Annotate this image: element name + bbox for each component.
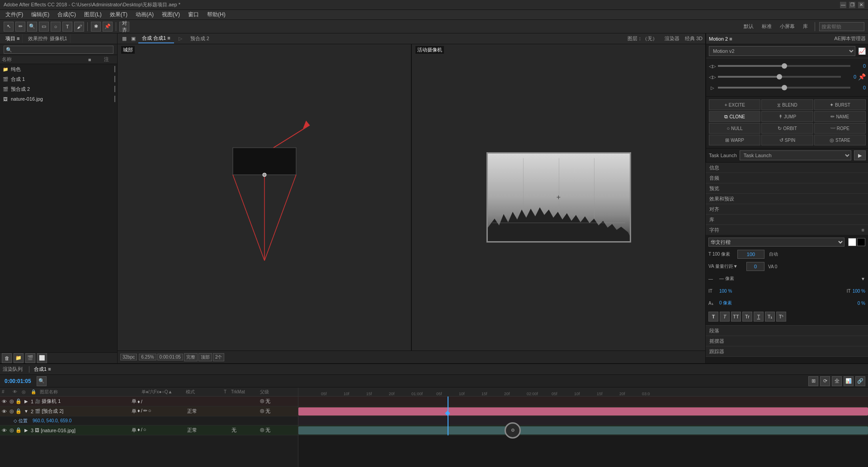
layer-lock-2[interactable]: 🔒 [15,408,22,414]
tracking-input[interactable] [746,262,764,271]
layer-solo-2[interactable]: ◎ [9,408,14,414]
bpc-button[interactable]: 32bpc [120,354,137,360]
project-newcomp[interactable]: 🎬 [25,353,35,363]
motion-slider-3[interactable] [718,87,850,89]
project-trash[interactable]: 🗑 [2,353,12,363]
align-header[interactable]: 对齐 [706,204,868,214]
text-color-stroke[interactable] [857,238,865,246]
wiggle-header[interactable]: 摇摆器 [706,336,868,346]
layer-vis-3[interactable]: 👁 [2,428,7,433]
audio-header[interactable]: 音频 [706,173,868,183]
project-item-image[interactable]: 🖼 nature-016.jpg [0,94,117,104]
camera-display[interactable]: 2个 [213,353,225,361]
playhead[interactable] [448,397,448,435]
project-folder[interactable]: 📁 [14,353,24,363]
name-button[interactable]: ✏ NAME [814,111,866,122]
info-header[interactable]: 信息 [706,163,868,173]
layer-vis-1[interactable]: 👁 [2,399,7,404]
excite-button[interactable]: + EXCITE [709,99,760,110]
orbit-button[interactable]: ↻ ORBIT [761,123,813,134]
layer-solo-1[interactable]: ◎ [9,398,14,404]
tool-zoom[interactable]: 🔍 [27,22,37,32]
layer-motion-blur-3[interactable]: ○ [143,427,146,434]
close-button[interactable]: ✕ [858,2,864,8]
tl-search-btn[interactable]: 🔍 [37,376,47,386]
preview-header[interactable]: 预览 [706,183,868,193]
layer-lock-3[interactable]: 🔒 [15,427,22,433]
tl-all[interactable]: 全 [832,376,842,386]
tool-align[interactable]: 对齐 [119,22,129,32]
tool-type[interactable]: T [62,22,72,32]
workspace-standard[interactable]: 标准 [759,22,774,31]
motion-version-select[interactable]: Motion v2 [709,46,855,56]
style-smallcaps[interactable]: Tr [742,312,752,322]
tl-snap[interactable]: ⊞ [808,376,818,386]
menu-edit[interactable]: 编辑(E) [28,10,53,19]
tab-effect-controls[interactable]: 效果控件 摄像机1 [25,34,70,43]
menu-window[interactable]: 窗口 [184,10,203,19]
layer-motion-blur-2[interactable]: ○ [148,408,151,415]
tracker-header[interactable]: 跟踪器 [706,346,868,356]
layer-lock-1[interactable]: 🔒 [15,398,22,404]
blend-button[interactable]: ⧖ BLEND [761,99,813,110]
layer-expand-2[interactable]: ▼ [23,409,29,414]
workspace-lib[interactable]: 库 [800,22,811,31]
tool-pen[interactable]: ✏ [15,22,25,32]
task-run-button[interactable]: ▶ [854,150,866,160]
menu-effect[interactable]: 效果(T) [106,10,131,19]
workspace-default[interactable]: 默认 [741,22,756,31]
tool-puppet[interactable]: ✱ [91,22,101,32]
font-dropdown[interactable]: 华文行楷 [708,238,844,247]
tab-project[interactable]: 项目 ≡ [3,34,23,43]
menu-layer[interactable]: 图层(L) [80,10,105,19]
comp-tab-comp1[interactable]: 合成 合成1 ≡ [138,34,174,43]
comp-tab-precomp2[interactable]: 预合成 2 [187,34,213,43]
slider-pin-icon[interactable]: 📌 [858,73,866,80]
script-manager-title[interactable]: AE脚本管理器 [834,35,866,42]
text-color-fill[interactable] [848,238,856,246]
layer-solo-3[interactable]: ◎ [9,427,14,433]
quality-display[interactable]: 完整 [184,353,198,361]
burst-button[interactable]: ✦ BURST [814,99,866,110]
task-dropdown[interactable]: Task Launch [740,150,851,160]
effects-header[interactable]: 效果和预设 [706,194,868,204]
tool-pin[interactable]: 📌 [103,22,113,32]
menu-compose[interactable]: 合成(C) [54,10,80,19]
tool-select[interactable]: ↖ [4,22,14,32]
view-display[interactable]: 顶部 [198,353,212,361]
renderer-label[interactable]: 渲染器 [665,35,679,42]
project-item-folder[interactable]: 📁 纯色 [0,64,117,74]
warp-button[interactable]: ⊞ WARP [709,135,760,145]
jump-button[interactable]: ↟ JUMP [761,111,813,122]
layer-vis-2[interactable]: 👁 [2,409,7,414]
tool-shape-rect[interactable]: ▭ [39,22,49,32]
menu-animate[interactable]: 动画(A) [132,10,157,19]
motion-slider-1[interactable] [718,65,850,67]
tool-shape-ellipse[interactable]: ○ [51,22,61,32]
classic3d-label[interactable]: 经典 3D [685,35,703,42]
menu-view[interactable]: 视图(V) [158,10,184,19]
paragraph-header[interactable]: 段落 [706,326,868,336]
style-caps[interactable]: TT [731,312,741,322]
style-sub[interactable]: T₁ [765,312,775,322]
font-size-input[interactable] [737,250,764,259]
project-item-precomp2[interactable]: 🎬 预合成 2 [0,84,117,94]
workspace-small[interactable]: 小屏幕 [777,22,797,31]
character-header[interactable]: 字符 ≡ [706,225,868,235]
menu-file[interactable]: 文件(F) [2,10,27,19]
zoom-display[interactable]: 6.25% [139,354,156,360]
tool-brush[interactable]: 🖌 [74,22,84,32]
null-button[interactable]: ○ NULL [709,123,760,134]
style-bold[interactable]: T [708,312,718,322]
spin-button[interactable]: ↺ SPIN [761,135,813,145]
rope-button[interactable]: 〰 ROPE [814,123,866,134]
tl-graph[interactable]: 📊 [844,376,854,386]
style-underline[interactable]: T [754,312,764,322]
tl-loop[interactable]: ⟳ [820,376,830,386]
current-time-display[interactable]: 0:00:01:05 [3,378,33,384]
search-input[interactable] [819,22,864,31]
tl-link[interactable]: 🔗 [855,376,865,386]
project-item-comp1[interactable]: 🎬 合成 1 [0,74,117,84]
project-search-input[interactable] [4,46,113,54]
menu-help[interactable]: 帮助(H) [203,10,229,19]
